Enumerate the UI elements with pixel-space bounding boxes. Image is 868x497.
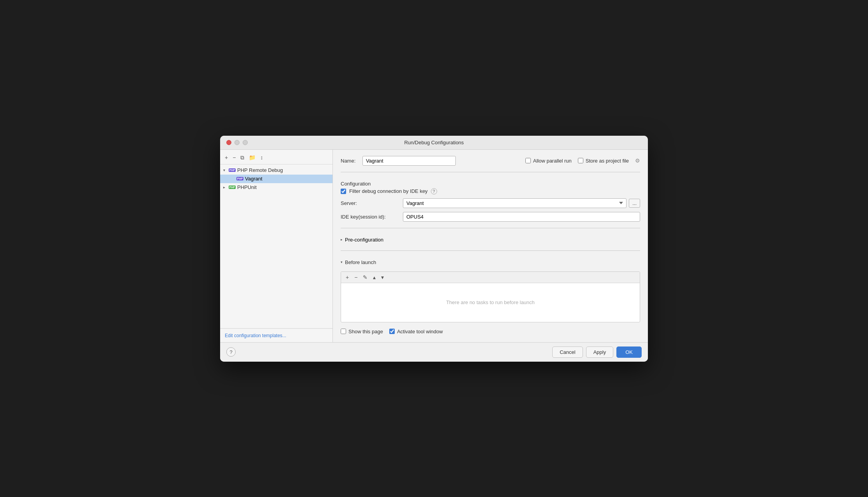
phpunit-label: PHPUnit bbox=[237, 184, 257, 190]
sidebar-toolbar: + − ⧉ 📁 ↕ bbox=[220, 151, 332, 164]
name-row: Name: Allow parallel run Store as projec… bbox=[341, 156, 640, 166]
php-remote-debug-icon: PHP bbox=[229, 167, 236, 173]
before-launch-add-button[interactable]: + bbox=[344, 273, 350, 281]
before-launch-label: Before launch bbox=[345, 259, 376, 265]
maximize-button[interactable] bbox=[243, 140, 248, 145]
bottom-bar: ? Cancel Apply OK bbox=[220, 342, 648, 362]
cancel-button[interactable]: Cancel bbox=[552, 346, 583, 358]
help-icon[interactable]: ? bbox=[431, 188, 437, 194]
server-select[interactable]: Vagrant bbox=[403, 198, 626, 208]
config-panel: Name: Allow parallel run Store as projec… bbox=[333, 150, 648, 342]
before-launch-chevron-icon[interactable]: ▾ bbox=[341, 260, 343, 264]
pre-config-header[interactable]: ▸ Pre-configuration bbox=[341, 234, 640, 244]
section-divider-2 bbox=[341, 228, 640, 228]
configuration-body: Filter debug connection by IDE key ? Ser… bbox=[341, 188, 640, 222]
allow-parallel-run-checkbox[interactable] bbox=[525, 158, 531, 163]
php-remote-debug-label: PHP Remote Debug bbox=[237, 167, 283, 173]
run-debug-configurations-dialog: Run/Debug Configurations + − ⧉ 📁 ↕ ▾ PHP… bbox=[220, 136, 648, 362]
activate-tool-window-label[interactable]: Activate tool window bbox=[389, 329, 443, 334]
help-button[interactable]: ? bbox=[226, 347, 236, 357]
traffic-lights bbox=[226, 140, 248, 145]
server-row: Server: Vagrant ... bbox=[341, 198, 640, 208]
before-launch-section: + − ✎ ▴ ▾ There are no tasks to run befo… bbox=[341, 271, 640, 322]
server-label: Server: bbox=[341, 200, 403, 206]
remove-config-button[interactable]: − bbox=[231, 154, 237, 161]
minimize-button[interactable] bbox=[234, 140, 240, 145]
sidebar-item-vagrant[interactable]: PHP Vagrant bbox=[220, 175, 332, 183]
ide-key-input[interactable] bbox=[403, 212, 640, 222]
chevron-right-icon: ▸ bbox=[223, 185, 229, 189]
ide-key-label: IDE key(session id): bbox=[341, 214, 403, 220]
close-button[interactable] bbox=[226, 140, 231, 145]
allow-parallel-run-label[interactable]: Allow parallel run bbox=[525, 158, 572, 164]
sidebar-footer: Edit configuration templates... bbox=[220, 328, 332, 342]
ok-button[interactable]: OK bbox=[616, 346, 642, 358]
bottom-right-buttons: Cancel Apply OK bbox=[552, 346, 642, 358]
main-content: + − ⧉ 📁 ↕ ▾ PHP PHP Remote Debug bbox=[220, 150, 648, 342]
name-options: Allow parallel run Store as project file… bbox=[525, 158, 640, 164]
activate-tool-window-checkbox[interactable] bbox=[389, 329, 395, 334]
launch-options-row: Show this page Activate tool window bbox=[341, 327, 640, 336]
sidebar-item-phpunit[interactable]: ▸ PHP PHPUnit bbox=[220, 183, 332, 192]
name-input[interactable] bbox=[362, 156, 456, 166]
pre-config-label: Pre-configuration bbox=[345, 237, 383, 243]
dialog-title: Run/Debug Configurations bbox=[404, 140, 464, 145]
title-bar: Run/Debug Configurations bbox=[220, 136, 648, 150]
configuration-section-header: Configuration bbox=[341, 178, 640, 188]
sidebar-tree: ▾ PHP PHP Remote Debug PHP Vagrant ▸ bbox=[220, 164, 332, 328]
ide-key-row: IDE key(session id): bbox=[341, 212, 640, 222]
phpunit-icon: PHP bbox=[229, 184, 236, 191]
vagrant-label: Vagrant bbox=[245, 176, 262, 182]
configuration-section: Configuration Filter debug connection by… bbox=[341, 178, 640, 222]
before-launch-down-button[interactable]: ▾ bbox=[380, 273, 385, 281]
filter-debug-label: Filter debug connection by IDE key bbox=[349, 188, 428, 194]
name-label: Name: bbox=[341, 158, 358, 164]
section-divider-3 bbox=[341, 250, 640, 251]
copy-config-button[interactable]: ⧉ bbox=[239, 154, 246, 162]
gear-icon[interactable]: ⚙ bbox=[635, 158, 640, 164]
before-launch-body: There are no tasks to run before launch bbox=[341, 283, 640, 322]
pre-config-chevron-icon: ▸ bbox=[341, 238, 343, 242]
filter-debug-checkbox[interactable] bbox=[341, 189, 346, 194]
before-launch-edit-button[interactable]: ✎ bbox=[361, 273, 369, 281]
before-launch-header: ▾ Before launch bbox=[341, 257, 640, 267]
show-this-page-checkbox[interactable] bbox=[341, 329, 346, 334]
move-config-button[interactable]: 📁 bbox=[247, 154, 257, 161]
configuration-section-label: Configuration bbox=[341, 181, 371, 187]
sort-config-button[interactable]: ↕ bbox=[259, 154, 264, 161]
before-launch-remove-button[interactable]: − bbox=[353, 273, 359, 281]
edit-templates-link[interactable]: Edit configuration templates... bbox=[225, 333, 286, 338]
sidebar: + − ⧉ 📁 ↕ ▾ PHP PHP Remote Debug bbox=[220, 150, 333, 342]
store-as-project-file-checkbox[interactable] bbox=[578, 158, 583, 163]
before-launch-empty-text: There are no tasks to run before launch bbox=[446, 299, 535, 305]
chevron-down-icon: ▾ bbox=[223, 168, 229, 172]
vagrant-php-icon: PHP bbox=[236, 176, 243, 182]
filter-row: Filter debug connection by IDE key ? bbox=[341, 188, 640, 194]
server-dots-button[interactable]: ... bbox=[629, 199, 640, 208]
before-launch-toolbar: + − ✎ ▴ ▾ bbox=[341, 272, 640, 283]
section-divider-1 bbox=[341, 172, 640, 172]
show-this-page-label[interactable]: Show this page bbox=[341, 329, 383, 334]
add-config-button[interactable]: + bbox=[223, 154, 229, 161]
server-select-wrap: Vagrant ... bbox=[403, 198, 640, 208]
store-as-project-file-label[interactable]: Store as project file bbox=[578, 158, 629, 164]
apply-button[interactable]: Apply bbox=[586, 346, 614, 358]
before-launch-up-button[interactable]: ▴ bbox=[371, 273, 377, 281]
sidebar-item-php-remote-debug[interactable]: ▾ PHP PHP Remote Debug bbox=[220, 166, 332, 175]
